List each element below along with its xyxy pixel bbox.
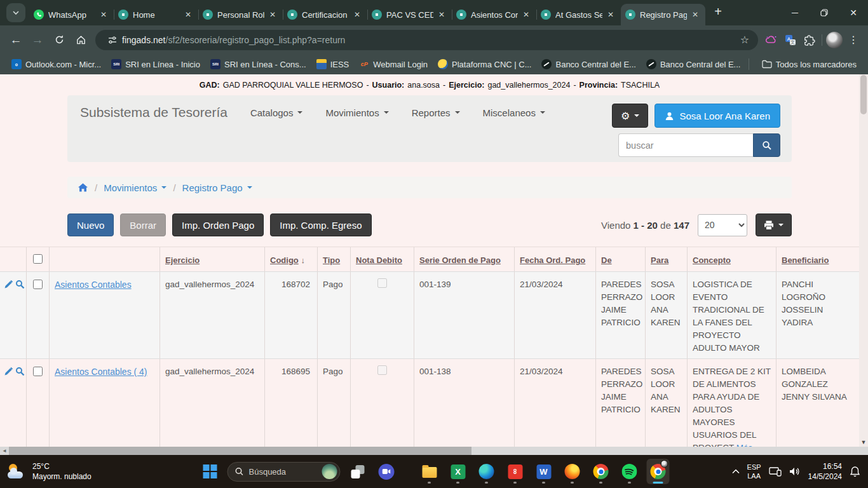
search-input[interactable] [618, 133, 753, 157]
tab-search-button[interactable] [6, 3, 25, 22]
tab-at-gastos[interactable]: At Gastos Se ✕ [536, 4, 621, 25]
bookmark-star-icon[interactable]: ☆ [735, 30, 754, 50]
chrome-button[interactable] [590, 459, 613, 484]
header-beneficiario[interactable]: Beneficiario [776, 247, 859, 271]
bookmark-webmail[interactable]: cPWebmail Login [354, 57, 433, 71]
chrome-active-button[interactable] [647, 459, 670, 484]
header-fecha[interactable]: Fecha Ord. Pago [515, 247, 596, 271]
tab-personal-rol[interactable]: Personal Rol ✕ [198, 4, 283, 25]
breadcrumb-registro-pago[interactable]: Registro Pago [182, 182, 252, 193]
imp-orden-pago-button[interactable]: Imp. Orden Pago [172, 214, 264, 236]
row-checkbox[interactable] [33, 280, 43, 289]
forward-button[interactable]: → [27, 29, 48, 51]
asientos-contables-link[interactable]: Asientos Contables [55, 280, 132, 290]
taskbar-search-box[interactable]: Búsqueda [227, 462, 341, 482]
minimize-button[interactable]: ─ [780, 0, 810, 25]
search-highlight-image[interactable] [322, 464, 337, 479]
page-size-select[interactable]: 20 [698, 214, 747, 236]
close-icon[interactable]: ✕ [98, 9, 109, 20]
imp-comp-egreso-button[interactable]: Imp. Comp. Egreso [270, 214, 371, 236]
edge-button[interactable] [475, 459, 498, 484]
scroll-left-arrow[interactable]: ◄ [0, 448, 9, 454]
header-serie[interactable]: Serie Orden de Pago [414, 247, 515, 271]
weather-extension-icon[interactable] [762, 30, 781, 50]
restore-button[interactable] [810, 0, 839, 25]
header-de[interactable]: De [596, 247, 646, 271]
close-icon[interactable]: ✕ [520, 9, 532, 20]
close-icon[interactable]: ✕ [436, 9, 447, 20]
firefox-button[interactable] [561, 459, 584, 484]
hidden-icons-chevron[interactable] [732, 469, 740, 474]
row-checkbox[interactable] [33, 367, 43, 376]
translate-icon[interactable]: A文 [781, 30, 800, 50]
user-button[interactable]: Sosa Loor Ana Karen [654, 104, 780, 128]
cast-screen-icon[interactable] [769, 466, 782, 477]
task-view-button[interactable] [346, 459, 369, 484]
tab-whatsapp[interactable]: WhatsApp ✕ [29, 4, 114, 25]
chat-button[interactable] [375, 459, 398, 484]
edit-icon[interactable] [4, 367, 13, 376]
acrobat-button[interactable]: ∞ [504, 459, 527, 484]
language-indicator[interactable]: ESP LAA [747, 463, 761, 481]
taskbar-weather-widget[interactable]: 25°C Mayorm. nublado [8, 461, 92, 482]
file-explorer-button[interactable] [418, 459, 441, 484]
bookmark-sri-inicio[interactable]: SRISRI en Línea - Inicio [106, 57, 205, 71]
back-button[interactable]: ← [5, 29, 27, 51]
bookmark-iess[interactable]: IESS [311, 57, 355, 71]
header-codigo[interactable]: Codigo ↓ [265, 247, 318, 271]
tab-pac-vs-cedu[interactable]: PAC VS CEDU ✕ [367, 4, 452, 25]
menu-reportes[interactable]: Reportes [412, 107, 460, 118]
settings-button[interactable]: ⚙ [612, 104, 648, 128]
reload-button[interactable] [48, 29, 70, 51]
horizontal-scrollbar[interactable]: ◄ [0, 447, 868, 455]
excel-button[interactable]: X [447, 459, 470, 484]
nuevo-button[interactable]: Nuevo [67, 214, 114, 236]
close-icon[interactable]: ✕ [182, 9, 194, 20]
asientos-contables-link[interactable]: Asientos Contables ( 4) [55, 367, 147, 377]
home-button[interactable] [70, 29, 92, 51]
new-tab-button[interactable]: + [709, 3, 727, 20]
view-icon[interactable] [15, 280, 25, 289]
clock-widget[interactable]: 16:54 14/5/2024 [808, 461, 842, 482]
vertical-scrollbar-thumb[interactable] [860, 75, 867, 114]
menu-catalogos[interactable]: Catalogos [250, 107, 303, 118]
notifications-bell-icon[interactable] [850, 466, 860, 477]
close-icon[interactable]: ✕ [689, 9, 701, 20]
start-button[interactable] [199, 459, 222, 484]
extensions-puzzle-icon[interactable] [800, 30, 819, 50]
bookmark-bce-1[interactable]: Banco Central del E... [536, 57, 641, 71]
scroll-down-arrow[interactable]: ▼ [859, 439, 868, 445]
bookmark-outlook[interactable]: oOutlook.com - Micr... [6, 57, 106, 71]
tab-certificacion[interactable]: Certificacion ✕ [283, 4, 367, 25]
header-nota-debito[interactable]: Nota Debito [351, 247, 414, 271]
tab-registro-pago-active[interactable]: Registro Pag ✕ [621, 4, 705, 25]
borrar-button[interactable]: Borrar [120, 214, 166, 236]
header-concepto[interactable]: Concepto [688, 247, 776, 271]
header-tipo[interactable]: Tipo [318, 247, 351, 271]
select-all-checkbox[interactable] [33, 254, 43, 264]
site-info-icon[interactable] [103, 30, 122, 50]
home-icon[interactable] [78, 182, 88, 193]
close-window-button[interactable]: ✕ [839, 0, 868, 25]
view-icon[interactable] [15, 367, 25, 376]
search-button[interactable] [753, 133, 780, 157]
vertical-scrollbar[interactable]: ▼ [859, 74, 868, 447]
browser-menu-icon[interactable]: ⋮ [844, 30, 863, 50]
url-bar[interactable]: fingads.net/sf2/tesoreria/registro_pago_… [95, 30, 758, 50]
spotify-button[interactable] [618, 459, 641, 484]
edit-icon[interactable] [4, 280, 13, 289]
bookmark-cnc[interactable]: Plataforma CNC | C... [433, 57, 536, 71]
word-button[interactable]: W [532, 459, 555, 484]
menu-movimientos[interactable]: Movimientos [325, 107, 388, 118]
profile-avatar[interactable] [825, 30, 844, 50]
header-para[interactable]: Para [646, 247, 688, 271]
close-icon[interactable]: ✕ [267, 9, 278, 20]
tab-home[interactable]: Home ✕ [114, 4, 198, 25]
close-icon[interactable]: ✕ [605, 9, 616, 20]
close-icon[interactable]: ✕ [351, 9, 363, 20]
bookmark-bce-2[interactable]: Banco Central del E... [641, 57, 745, 71]
all-bookmarks-button[interactable]: Todos los marcadores [757, 58, 862, 71]
tab-asientos-contables[interactable]: Asientos Cor ✕ [452, 4, 536, 25]
header-ejercicio[interactable]: Ejercicio [160, 247, 265, 271]
menu-miscelaneos[interactable]: Miscelaneos [483, 107, 545, 118]
